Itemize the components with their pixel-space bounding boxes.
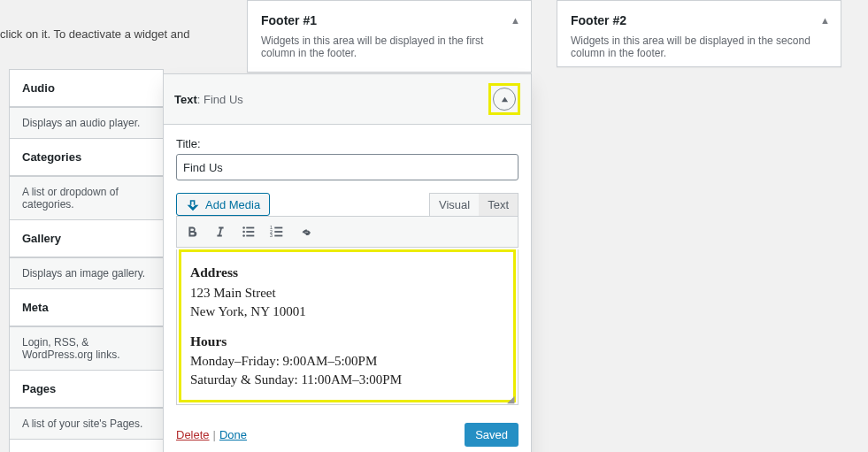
available-widget-title: Audio xyxy=(10,70,163,106)
media-icon xyxy=(186,197,200,211)
help-text-fragment: click on it. To deactivate a widget and xyxy=(0,27,189,41)
available-widget-title: Recent Posts xyxy=(10,440,163,452)
widget-type-label: Text xyxy=(174,93,197,106)
svg-rect-12 xyxy=(274,235,282,237)
sidebar-area-title: Footer #1 xyxy=(261,13,317,27)
available-widget-description: A list of your site's Pages. xyxy=(9,408,164,439)
available-widget-description: Displays an image gallery. xyxy=(9,257,164,288)
add-media-label: Add Media xyxy=(205,198,260,211)
sidebar-area-footer-1: Footer #1 ▲ Widgets in this area will be… xyxy=(247,0,532,73)
tab-text[interactable]: Text xyxy=(479,194,518,216)
content-line: Monday–Friday: 9:00AM–5:00PM xyxy=(190,352,504,371)
title-label: Title: xyxy=(176,137,518,150)
title-input[interactable] xyxy=(176,154,518,180)
bold-button[interactable] xyxy=(179,218,205,245)
available-widget[interactable]: Audio xyxy=(9,69,164,107)
available-widget-title: Gallery xyxy=(10,220,163,257)
content-line: Saturday & Sunday: 11:00AM–3:00PM xyxy=(190,371,504,389)
widget-instance-label: Find Us xyxy=(204,93,243,106)
sidebar-area-footer-2: Footer #2 ▲ Widgets in this area will be… xyxy=(557,0,841,67)
numbered-list-button[interactable]: 123 xyxy=(264,218,290,245)
bulleted-list-button[interactable] xyxy=(235,218,262,245)
available-widget-description: Displays an audio player. xyxy=(9,107,164,138)
saved-button[interactable]: Saved xyxy=(465,423,518,447)
content-line: 123 Main Street xyxy=(190,284,504,303)
delete-link[interactable]: Delete xyxy=(176,428,210,441)
widget-editor-text: Text: Find Us Title: Add Media Visua xyxy=(163,73,532,452)
editor-toolbar: 123 xyxy=(176,216,518,248)
svg-rect-4 xyxy=(246,227,254,229)
svg-rect-10 xyxy=(274,227,282,229)
widget-editor-header[interactable]: Text: Find Us xyxy=(164,74,531,125)
italic-button[interactable] xyxy=(207,218,234,245)
sidebar-area-title: Footer #2 xyxy=(571,13,626,27)
available-widget-title: Categories xyxy=(10,139,163,175)
available-widget-title: Pages xyxy=(10,371,163,407)
sidebar-area-description: Widgets in this area will be displayed i… xyxy=(557,31,841,72)
svg-rect-11 xyxy=(274,231,282,233)
editor-content-area[interactable]: Address 123 Main Street New York, NY 100… xyxy=(179,249,516,402)
tab-visual[interactable]: Visual xyxy=(430,194,479,216)
content-heading: Address xyxy=(190,263,504,282)
available-widget-description: A list or dropdown of categories. xyxy=(9,176,164,219)
editor-tabs: Visual Text xyxy=(429,193,518,216)
svg-point-3 xyxy=(242,234,245,237)
highlight-box xyxy=(488,83,520,115)
available-widget[interactable]: Pages xyxy=(9,370,164,408)
available-widget[interactable]: Gallery xyxy=(9,219,164,257)
svg-point-1 xyxy=(242,226,245,229)
collapse-toggle-icon[interactable] xyxy=(493,88,516,111)
content-heading: Hours xyxy=(190,332,504,351)
done-link[interactable]: Done xyxy=(219,428,247,441)
separator: | xyxy=(210,428,219,441)
available-widget[interactable]: Recent Posts xyxy=(9,439,164,452)
available-widget[interactable]: Meta xyxy=(9,288,164,326)
chevron-up-icon[interactable]: ▲ xyxy=(511,15,520,26)
svg-marker-0 xyxy=(501,96,507,101)
content-line: New York, NY 10001 xyxy=(190,303,504,321)
sidebar-area-description: Widgets in this area will be displayed i… xyxy=(248,31,531,72)
svg-text:3: 3 xyxy=(270,233,273,238)
svg-rect-5 xyxy=(246,231,254,233)
add-media-button[interactable]: Add Media xyxy=(176,193,270,216)
available-widget-description: Login, RSS, & WordPress.org links. xyxy=(9,326,164,370)
svg-point-2 xyxy=(242,231,245,234)
available-widgets-list: Audio Displays an audio player. Categori… xyxy=(9,69,164,452)
available-widget[interactable]: Categories xyxy=(9,138,164,176)
available-widget-title: Meta xyxy=(10,289,163,326)
svg-rect-6 xyxy=(246,235,254,237)
chevron-up-icon[interactable]: ▲ xyxy=(820,15,830,26)
link-button[interactable] xyxy=(292,218,319,245)
